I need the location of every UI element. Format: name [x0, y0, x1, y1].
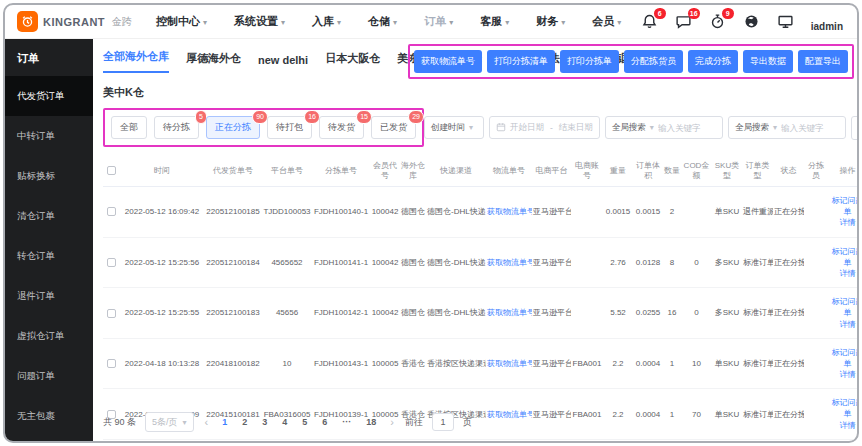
filter-all[interactable]: 全部 [111, 116, 147, 139]
assign-picker-button[interactable]: 分配拣货员 [624, 50, 683, 73]
cell-picker [804, 288, 828, 339]
nav-menu-customer-service[interactable]: 客服▾ [480, 14, 509, 29]
get-tracking-link[interactable]: 获取物流单号 [487, 359, 532, 368]
mark-problem-link[interactable]: 标记问题单 [832, 348, 858, 368]
get-tracking-link[interactable]: 获取物流单号 [487, 207, 532, 216]
nav-menu-orders[interactable]: 订单▾ [424, 14, 453, 29]
tab-all-overseas-warehouses[interactable]: 全部海外仓库 [103, 49, 169, 73]
configure-export-button[interactable]: 配置导出 [798, 50, 848, 73]
table-row: 2022-05-12 16:09:42 220512100185 TJDD100… [103, 187, 857, 238]
select-checkbox[interactable] [107, 309, 116, 318]
get-tracking-link[interactable]: 获取物流单号 [487, 410, 532, 419]
nav-menu-system-settings[interactable]: 系统设置▾ [234, 14, 285, 29]
details-link[interactable]: 详情 [840, 218, 856, 227]
cell-platform: 亚马逊平台 [532, 288, 571, 339]
sidebar-item-dropship-orders[interactable]: 代发货订单 [5, 76, 93, 116]
monitor-icon[interactable] [777, 13, 794, 30]
filter-pending-sort[interactable]: 待分拣5 [154, 116, 199, 139]
username-label[interactable]: iadmin [811, 21, 843, 32]
chat-icon[interactable]: 16 [675, 13, 692, 30]
page-number-4[interactable]: 4 [279, 417, 290, 427]
sidebar-item-clearance-orders[interactable]: 清仓订单 [5, 196, 93, 236]
filter-pending-pack[interactable]: 待打包16 [267, 116, 312, 139]
select-checkbox[interactable] [107, 207, 116, 216]
header-channel: 快递渠道 [426, 156, 486, 187]
page-number-18[interactable]: 18 [363, 417, 379, 427]
chevron-down-icon: ▾ [183, 418, 187, 427]
page-number-3[interactable]: 3 [259, 417, 270, 427]
sidebar-item-return-orders[interactable]: 退件订单 [5, 276, 93, 316]
goto-page-input[interactable] [432, 413, 454, 431]
tab-osaka-warehouse[interactable]: 日本大阪仓 [325, 51, 380, 73]
global-search-combo-2: 全局搜索▾ [728, 116, 846, 139]
global-search-field-select-2[interactable]: 全局搜索▾ [735, 122, 781, 134]
chevron-right-icon[interactable]: › [388, 416, 396, 428]
mark-problem-link[interactable]: 标记问题单 [832, 398, 858, 418]
mark-problem-link[interactable]: 标记问题单 [832, 196, 858, 216]
brand-name-cn: 金跨 [112, 15, 132, 29]
bell-icon[interactable]: 6 [641, 13, 658, 30]
header-sort-no: 分拣单号 [312, 156, 370, 187]
page-number-2[interactable]: 2 [239, 417, 250, 427]
chevron-left-icon[interactable]: ‹ [203, 416, 211, 428]
page-ellipsis[interactable]: ··· [339, 417, 354, 427]
mark-problem-link[interactable]: 标记问题单 [832, 297, 858, 317]
filter-pending-ship[interactable]: 待发货15 [319, 116, 364, 139]
brand-logo[interactable]: KINGRANT 金跨 [17, 11, 132, 32]
sidebar-item-transit-orders[interactable]: 中转订单 [5, 116, 93, 156]
time-field-select[interactable]: 创建时间▾ [424, 116, 484, 139]
select-checkbox[interactable] [107, 359, 116, 368]
details-link[interactable]: 详情 [840, 320, 856, 329]
globe-icon[interactable] [743, 13, 760, 30]
search-button[interactable]: 搜索 [851, 116, 857, 140]
top-navbar: KINGRANT 金跨 控制中心▾ 系统设置▾ 入库▾ 仓储▾ 订单▾ 客服▾ … [5, 5, 857, 39]
sidebar-item-unclaimed-packages[interactable]: 无主包裹 [5, 396, 93, 436]
cell-time: 2022-05-12 15:25:55 [120, 288, 204, 339]
filter-sorting[interactable]: 正在分拣90 [206, 116, 260, 139]
date-range-picker[interactable]: 开始日期 - 结束日期 [489, 116, 600, 139]
sidebar-item-relabel[interactable]: 贴标换标 [5, 156, 93, 196]
sidebar-item-virtual-warehouse-orders[interactable]: 虚拟仓订单 [5, 316, 93, 356]
filter-shipped[interactable]: 已发货29 [371, 116, 416, 139]
page-number-5[interactable]: 5 [299, 417, 310, 427]
details-link[interactable]: 详情 [840, 370, 856, 379]
cell-volume: 0.0004 [633, 389, 663, 440]
details-link[interactable]: 详情 [840, 269, 856, 278]
header-qty: 数量 [663, 156, 681, 187]
tab-houde-warehouse[interactable]: 厚德海外仓 [186, 51, 241, 73]
cell-status: 正在分拣 [773, 338, 804, 389]
details-link[interactable]: 详情 [840, 421, 856, 430]
get-tracking-link[interactable]: 获取物流单号 [487, 308, 532, 317]
page-number-1[interactable]: 1 [219, 417, 230, 427]
get-tracking-link[interactable]: 获取物流单号 [487, 258, 532, 267]
mark-problem-link[interactable]: 标记问题单 [832, 247, 858, 267]
nav-menu-control-center[interactable]: 控制中心▾ [156, 14, 207, 29]
keyword-input-1[interactable] [658, 123, 716, 133]
select-checkbox[interactable] [107, 258, 116, 267]
nav-menu-inbound[interactable]: 入库▾ [312, 14, 341, 29]
nav-menu-warehouse[interactable]: 仓储▾ [368, 14, 397, 29]
cell-status: 正在分拣 [773, 389, 804, 440]
export-data-button[interactable]: 导出数据 [743, 50, 793, 73]
print-sorting-sheet-button[interactable]: 打印分拣单 [560, 50, 619, 73]
tab-new-delhi[interactable]: new delhi [258, 54, 308, 73]
global-search-field-select-1[interactable]: 全局搜索▾ [612, 122, 658, 134]
page-size-select[interactable]: 5条/页▾ [145, 412, 194, 432]
annotation-box-filters: 全部 待分拣5 正在分拣90 待打包16 待发货15 已发货29 [103, 108, 424, 147]
keyword-input-2[interactable] [781, 123, 839, 133]
select-all-checkbox[interactable] [107, 166, 116, 175]
sidebar-item-transfer-orders[interactable]: 转仓订单 [5, 236, 93, 276]
cell-platform: 亚马逊平台 [532, 237, 571, 288]
stopwatch-icon[interactable]: 9 [709, 13, 726, 30]
print-sorting-list-button[interactable]: 打印分拣清单 [487, 50, 555, 73]
chevron-down-icon: ▾ [505, 18, 509, 27]
nav-menu-finance[interactable]: 财务▾ [536, 14, 565, 29]
calendar-icon [496, 122, 510, 134]
sidebar-item-problem-orders[interactable]: 问题订单 [5, 356, 93, 396]
complete-sorting-button[interactable]: 完成分拣 [688, 50, 738, 73]
page-number-6[interactable]: 6 [319, 417, 330, 427]
get-tracking-number-button[interactable]: 获取物流单号 [414, 50, 482, 73]
nav-menu-members[interactable]: 会员▾ [592, 14, 621, 29]
cell-time: 2022-04-18 10:13:28 [120, 338, 204, 389]
tab-us-central-k-warehouse[interactable]: 美中K仓 [103, 86, 144, 98]
